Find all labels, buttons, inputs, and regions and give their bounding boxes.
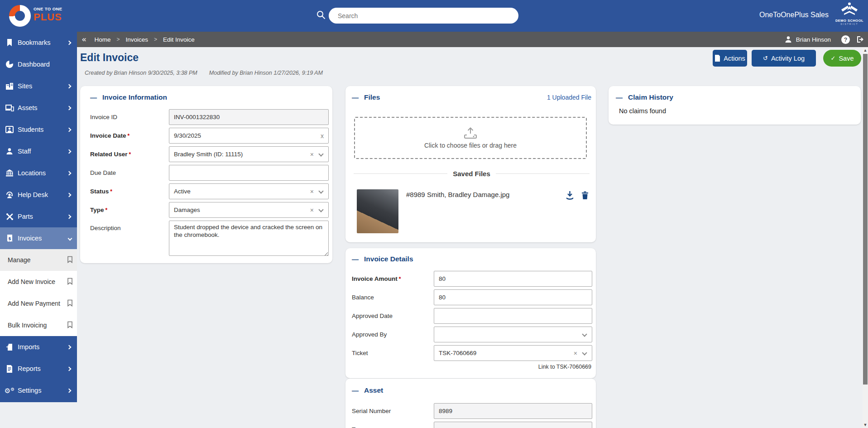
user-menu[interactable]: Brian Hinson [784, 32, 831, 47]
upload-icon [462, 127, 479, 139]
students-icon [5, 126, 14, 133]
search-input[interactable] [329, 8, 518, 24]
sidebar-item-dashboard[interactable]: Dashboard [0, 53, 77, 75]
clear-icon[interactable]: x [321, 132, 324, 139]
due-date-input[interactable] [174, 165, 324, 180]
sidebar-item-imports[interactable]: Imports [0, 336, 77, 358]
bookmark-outline-icon[interactable] [67, 278, 73, 285]
collapse-section-icon[interactable]: — [90, 94, 97, 101]
settings-gear-icon: ⚙⚙ [5, 387, 14, 394]
collapse-section-icon[interactable]: — [616, 94, 623, 101]
breadcrumb-edit-invoice[interactable]: Edit Invoice [163, 36, 195, 43]
app-logo[interactable]: ONE TO ONE PLUS [0, 0, 77, 32]
sidebar-item-manage[interactable]: Manage [0, 249, 77, 271]
sidebar-item-label: Settings [18, 387, 41, 394]
breadcrumb-invoices[interactable]: Invoices [126, 36, 149, 43]
sidebar-item-staff[interactable]: Staff [0, 140, 77, 162]
sidebar-collapse-button[interactable]: « [82, 35, 86, 44]
sidebar-item-parts[interactable]: Parts [0, 206, 77, 227]
check-icon: ✓ [831, 55, 836, 62]
page-scrollbar[interactable]: ▲ ▼ [863, 47, 868, 428]
save-button-label: Save [839, 55, 854, 62]
clear-icon[interactable]: × [310, 151, 314, 158]
chevron-down-icon[interactable] [318, 151, 323, 156]
invoice-id-field: INV-0001322830 [169, 109, 329, 125]
ticket-link[interactable]: Link to TSK-7060669 [352, 364, 591, 370]
chevron-down-icon[interactable] [582, 332, 587, 337]
dropzone-text: Click to choose files or drag here [424, 142, 517, 149]
scroll-up-arrow[interactable]: ▲ [863, 47, 868, 53]
sidebar-item-settings[interactable]: ⚙⚙ Settings [0, 380, 77, 401]
help-icon[interactable]: ? [841, 35, 850, 44]
bookmark-outline-icon[interactable] [67, 321, 73, 328]
chevron-right-icon [67, 149, 72, 154]
sidebar-item-reports[interactable]: Reports [0, 358, 77, 380]
logo-line1: ONE TO ONE [34, 6, 62, 11]
approved-date-field[interactable] [434, 308, 592, 324]
sidebar-item-add-new-invoice[interactable]: Add New Invoice [0, 271, 77, 293]
sidebar-item-assets[interactable]: Assets [0, 97, 77, 119]
description-textarea[interactable] [169, 221, 329, 256]
save-button[interactable]: ✓ Save [823, 50, 861, 67]
submenu-item-label: Add New Payment [8, 300, 60, 307]
invoice-date-field[interactable]: 9/30/2025 x [169, 128, 329, 144]
breadcrumb-home[interactable]: Home [94, 36, 110, 43]
sidebar-item-invoices[interactable]: $ Invoices [0, 227, 77, 249]
trash-icon[interactable] [581, 191, 589, 200]
sidebar-item-bulk-invoicing[interactable]: Bulk Invoicing [0, 314, 77, 336]
top-bar: OneToOnePlus Sales DEMO SCHOOL DISTRICT [0, 0, 868, 32]
bookmark-outline-icon[interactable] [67, 256, 73, 263]
clear-icon[interactable]: × [310, 207, 314, 214]
collapse-section-icon[interactable]: — [352, 94, 359, 101]
bookmark-icon [5, 38, 14, 47]
related-user-select[interactable]: Bradley Smith (ID: 11115) × [169, 146, 329, 162]
chevron-down-icon[interactable] [582, 350, 587, 355]
field-label-approved-date: Approved Date [352, 313, 434, 319]
invoice-amount-input[interactable] [439, 271, 587, 286]
breadcrumb-separator: > [154, 36, 157, 43]
clear-icon[interactable]: × [574, 350, 577, 357]
actions-button[interactable]: Actions [713, 50, 747, 67]
bookmark-outline-icon[interactable] [67, 299, 73, 307]
sidebar-item-sites[interactable]: Sites [0, 75, 77, 97]
saved-files-label: Saved Files [453, 170, 490, 178]
document-icon [715, 55, 720, 62]
chevron-down-icon[interactable] [318, 188, 323, 193]
scrollbar-thumb[interactable] [863, 54, 868, 385]
approved-by-select[interactable] [434, 327, 592, 342]
submenu-item-label: Bulk Invoicing [8, 322, 47, 329]
balance-input[interactable] [439, 290, 587, 305]
sidebar-item-locations[interactable]: Locations [0, 162, 77, 184]
collapse-section-icon[interactable]: — [352, 387, 359, 394]
due-date-field[interactable] [169, 165, 329, 181]
logout-icon[interactable] [855, 35, 864, 44]
invoice-amount-field[interactable] [434, 271, 592, 287]
breadcrumb-separator: > [116, 36, 120, 43]
scroll-down-arrow[interactable]: ▼ [863, 422, 868, 428]
file-dropzone[interactable]: Click to choose files or drag here [354, 117, 587, 159]
chevron-right-icon [67, 192, 72, 197]
invoice-id-value: INV-0001322830 [174, 114, 220, 120]
sidebar-item-label: Reports [18, 365, 41, 372]
sidebar-item-label: Parts [18, 213, 33, 220]
type-select[interactable]: Damages × [169, 202, 329, 218]
field-label-due-date: Due Date [90, 169, 169, 176]
status-select[interactable]: Active × [169, 183, 329, 199]
file-thumbnail[interactable] [357, 189, 398, 233]
sidebar-item-add-new-payment[interactable]: Add New Payment [0, 293, 77, 314]
sidebar-item-students[interactable]: Students [0, 119, 77, 140]
field-label-asset-type: Type [352, 426, 434, 428]
sidebar-item-bookmarks[interactable]: Bookmarks [0, 32, 77, 53]
activity-log-button[interactable]: ↺ Activity Log [752, 50, 816, 67]
sidebar-item-helpdesk[interactable]: Help Desk [0, 184, 77, 206]
balance-field[interactable] [434, 289, 592, 305]
download-icon[interactable] [566, 191, 574, 200]
asset-type-field [434, 422, 592, 428]
collapse-section-icon[interactable]: — [352, 255, 359, 263]
clear-icon[interactable]: × [310, 188, 314, 195]
field-label-type: Type* [90, 207, 169, 213]
approved-date-input[interactable] [439, 308, 587, 323]
ticket-select[interactable]: TSK-7060669 × [434, 345, 592, 361]
sidebar: ONE TO ONE PLUS Bookmarks Dashboard Site… [0, 0, 77, 402]
chevron-down-icon[interactable] [318, 207, 323, 212]
